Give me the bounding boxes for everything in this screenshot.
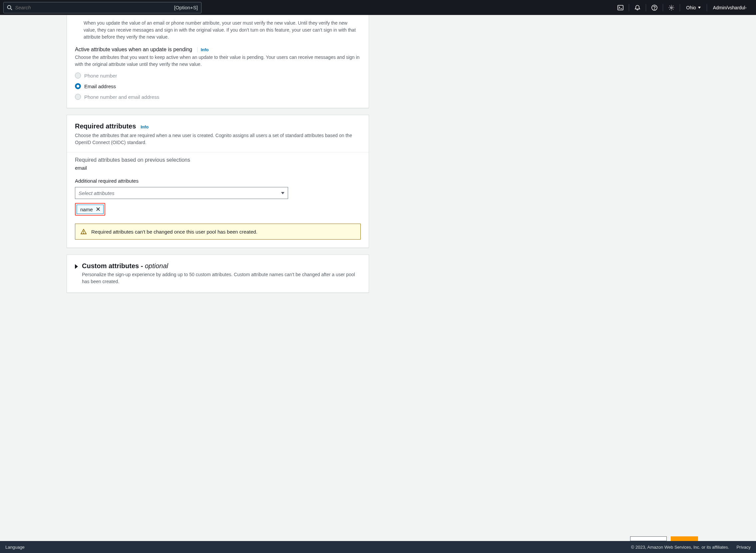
radio-phone[interactable]: Phone number <box>75 73 361 79</box>
radio-icon <box>75 73 81 79</box>
radio-label: Email address <box>84 83 116 89</box>
svg-point-0 <box>8 5 11 9</box>
user-label: Admin/vshardul- <box>713 5 747 10</box>
attribute-token-name: name ✕ <box>77 205 104 214</box>
close-icon[interactable]: ✕ <box>95 206 100 212</box>
search-box[interactable]: [Option+S] <box>3 2 202 13</box>
verify-panel: When you update the value of an email or… <box>67 15 369 108</box>
top-nav: [Option+S] Ohio Admin/vshardul- <box>0 0 756 15</box>
alert-text: Required attributes can't be changed onc… <box>91 229 258 235</box>
cloudshell-icon[interactable] <box>612 0 629 15</box>
additional-attributes-select[interactable]: Select attributes <box>75 187 288 199</box>
additional-label: Additional required attributes <box>75 178 361 184</box>
nav-icons: Ohio Admin/vshardul- <box>612 0 753 15</box>
region-selector[interactable]: Ohio <box>680 0 707 15</box>
chevron-down-icon <box>698 7 701 9</box>
user-menu[interactable]: Admin/vshardul- <box>707 0 753 15</box>
search-shortcut: [Option+S] <box>174 5 198 10</box>
prev-selections-value: email <box>75 165 361 171</box>
custom-title: Custom attributes - optional <box>82 262 361 270</box>
radio-icon <box>75 83 81 89</box>
prev-selections-label: Required attributes based on previous se… <box>75 157 361 163</box>
notifications-icon[interactable] <box>629 0 646 15</box>
warning-alert: Required attributes can't be changed onc… <box>75 224 361 240</box>
radio-both[interactable]: Phone number and email address <box>75 94 361 100</box>
active-attr-desc: Choose the attributes that you want to k… <box>75 54 361 68</box>
svg-rect-2 <box>618 5 623 10</box>
token-highlight: name ✕ <box>75 203 105 216</box>
custom-panel: Custom attributes - optional Personalize… <box>67 254 369 293</box>
settings-icon[interactable] <box>663 0 680 15</box>
radio-email[interactable]: Email address <box>75 83 361 89</box>
radio-label: Phone number and email address <box>84 94 159 100</box>
required-desc: Choose the attributes that are required … <box>75 132 361 146</box>
svg-point-4 <box>655 9 655 9</box>
select-placeholder: Select attributes <box>79 190 115 196</box>
search-icon <box>7 5 12 10</box>
region-label: Ohio <box>686 5 696 10</box>
help-icon[interactable] <box>646 0 663 15</box>
required-title: Required attributes <box>75 123 136 130</box>
warning-icon <box>81 229 87 235</box>
chevron-down-icon <box>281 192 284 194</box>
radio-label: Phone number <box>84 73 117 79</box>
caret-right-icon <box>75 264 78 269</box>
info-link[interactable]: Info <box>197 47 209 52</box>
svg-line-1 <box>11 9 12 10</box>
radio-icon <box>75 94 81 100</box>
token-label: name <box>80 207 93 212</box>
svg-point-5 <box>671 7 672 8</box>
custom-desc: Personalize the sign-up experience by ad… <box>82 271 361 285</box>
active-attr-heading: Active attribute values when an update i… <box>75 47 361 53</box>
custom-expander[interactable]: Custom attributes - optional Personalize… <box>67 255 369 293</box>
required-panel: Required attributes Info Choose the attr… <box>67 115 369 248</box>
search-input[interactable] <box>12 5 174 10</box>
verify-desc: When you update the value of an email or… <box>84 20 361 41</box>
info-link[interactable]: Info <box>139 125 148 130</box>
svg-point-7 <box>83 233 84 233</box>
